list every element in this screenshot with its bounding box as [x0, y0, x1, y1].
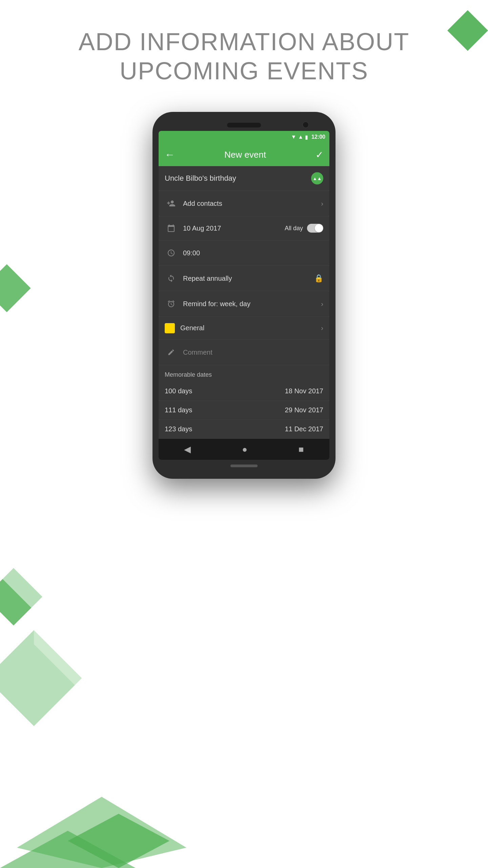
- calendar-icon: [165, 222, 178, 235]
- category-row[interactable]: General ›: [159, 317, 329, 340]
- phone-camera: [302, 121, 309, 128]
- allday-toggle[interactable]: [307, 224, 323, 233]
- lock-icon: 🔒: [314, 274, 323, 283]
- app-bar-title: New event: [224, 150, 266, 160]
- add-contacts-content: Add contacts: [183, 200, 321, 208]
- status-icons: ▼ ▲ ▮: [291, 134, 308, 140]
- status-bar: ▼ ▲ ▮ 12:00: [159, 131, 329, 143]
- comment-row[interactable]: Comment: [159, 340, 329, 365]
- wifi-icon: ▼: [291, 134, 296, 140]
- memorable-dates-header: Memorable dates: [159, 365, 329, 382]
- toggle-knob: [315, 224, 323, 232]
- clock-icon: [165, 246, 178, 259]
- memorable-days-1: 100 days: [165, 387, 192, 395]
- phone-speaker: [227, 123, 261, 127]
- event-type-icon[interactable]: ▲: [311, 172, 323, 184]
- repeat-label: Repeat annually: [183, 275, 232, 282]
- comment-placeholder: Comment: [183, 349, 212, 356]
- remind-chevron-icon: ›: [321, 300, 323, 308]
- memorable-date-3: 11 Dec 2017: [285, 425, 323, 433]
- memorable-row-3: 123 days 11 Dec 2017: [159, 420, 329, 439]
- category-label: General: [180, 324, 204, 332]
- pencil-icon: [165, 346, 178, 359]
- confirm-button[interactable]: ✓: [316, 149, 323, 160]
- svg-rect-4: [0, 630, 82, 726]
- svg-marker-7: [34, 610, 203, 780]
- phone-screen: ▼ ▲ ▮ 12:00 ← New event ✓ Uncle Bilbo's …: [159, 131, 329, 460]
- phone-bottom: [159, 460, 329, 469]
- svg-marker-10: [17, 797, 186, 868]
- svg-marker-9: [0, 831, 136, 868]
- event-title-row[interactable]: Uncle Bilbo's birthday ▲: [159, 166, 329, 191]
- event-title-text: Uncle Bilbo's birthday: [165, 174, 236, 183]
- person-add-icon: [165, 197, 178, 210]
- memorable-date-2: 29 Nov 2017: [285, 406, 323, 414]
- comment-content: Comment: [183, 349, 323, 356]
- app-bar: ← New event ✓: [159, 143, 329, 166]
- time-content: 09:00: [183, 249, 323, 257]
- memorable-dates-title: Memorable dates: [165, 371, 212, 378]
- time-row[interactable]: 09:00: [159, 240, 329, 266]
- phone-top-bar: [159, 119, 329, 131]
- contacts-chevron-icon: ›: [321, 200, 323, 208]
- memorable-row-2: 111 days 29 Nov 2017: [159, 401, 329, 420]
- memorable-days-3: 123 days: [165, 425, 192, 433]
- nav-home-button[interactable]: ●: [235, 441, 254, 457]
- date-row[interactable]: 10 Aug 2017 All day: [159, 216, 329, 240]
- page-title-line1: ADD INFORMATION ABOUT: [0, 27, 488, 56]
- remind-label: Remind for: week, day: [183, 300, 250, 308]
- repeat-icon: [165, 272, 178, 285]
- event-time: 09:00: [183, 249, 200, 257]
- svg-rect-8: [0, 264, 31, 312]
- signal-icon: ▲: [298, 134, 303, 140]
- page-title-container: ADD INFORMATION ABOUT UPCOMING EVENTS: [0, 27, 488, 86]
- memorable-date-1: 18 Nov 2017: [285, 387, 323, 395]
- category-content: General: [180, 324, 321, 332]
- repeat-row[interactable]: Repeat annually 🔒: [159, 266, 329, 291]
- allday-section: All day: [285, 224, 323, 233]
- status-time: 12:00: [311, 134, 325, 140]
- category-chevron-icon: ›: [321, 324, 323, 332]
- add-contacts-row[interactable]: Add contacts ›: [159, 191, 329, 216]
- svg-rect-3: [0, 568, 42, 626]
- remind-row[interactable]: Remind for: week, day ›: [159, 291, 329, 317]
- memorable-row-1: 100 days 18 Nov 2017: [159, 382, 329, 401]
- back-button[interactable]: ←: [165, 149, 175, 160]
- category-color-swatch: [165, 323, 175, 333]
- svg-marker-6: [0, 542, 136, 678]
- page-title-line2: UPCOMING EVENTS: [0, 56, 488, 85]
- svg-marker-5: [68, 814, 169, 868]
- memorable-days-2: 111 days: [165, 406, 192, 414]
- nav-recent-button[interactable]: ■: [292, 441, 311, 457]
- battery-icon: ▮: [305, 134, 308, 140]
- nav-bar: ◀ ● ■: [159, 439, 329, 460]
- remind-content: Remind for: week, day: [183, 300, 321, 308]
- alarm-icon: [165, 297, 178, 310]
- phone-home-indicator: [230, 465, 258, 467]
- nav-back-button[interactable]: ◀: [177, 441, 198, 457]
- allday-label: All day: [285, 225, 303, 232]
- event-date: 10 Aug 2017: [183, 224, 285, 232]
- repeat-content: Repeat annually: [183, 275, 314, 282]
- content-area: Uncle Bilbo's birthday ▲ Add contacts: [159, 166, 329, 439]
- phone-device: ▼ ▲ ▮ 12:00 ← New event ✓ Uncle Bilbo's …: [152, 112, 336, 479]
- add-contacts-label: Add contacts: [183, 200, 222, 208]
